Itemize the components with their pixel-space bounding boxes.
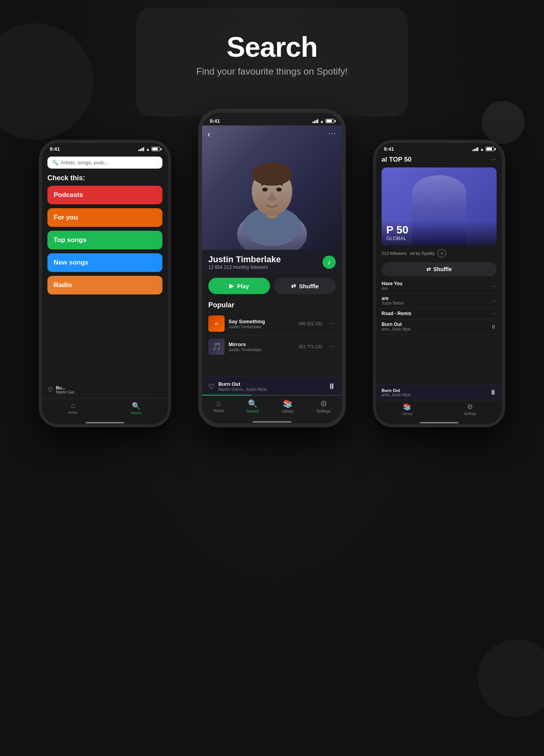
nav-settings-center[interactable]: ⚙ Settings (316, 399, 330, 413)
right-song-row-1[interactable]: Have You des ··· (382, 279, 497, 293)
artist-name: Justin Timberlake (208, 254, 281, 265)
followers-text: 213 followers (382, 251, 407, 256)
song-plays-2: 251 771 131 (298, 344, 322, 349)
notch-left (84, 143, 126, 152)
back-button[interactable]: ‹ (207, 129, 210, 139)
right-song-title-1: Have You (382, 281, 488, 286)
phones-container: 9:41 ▲ 🔍 Artists, (39, 109, 505, 653)
right-shuffle-row: ⇄ Shuffle (376, 260, 502, 279)
nav-home-label-left: Home (68, 411, 78, 415)
signal-bars-right (473, 147, 478, 151)
svg-point-5 (262, 188, 268, 192)
right-song-more-1[interactable]: ··· (491, 283, 497, 289)
shuffle-button[interactable]: ⇄ Shuffle (274, 278, 336, 294)
settings-icon-center: ⚙ (320, 399, 327, 408)
battery-icon-left (152, 147, 160, 151)
playlist-hero: P 50 GLOBAL (382, 167, 497, 245)
battery-icon-center (326, 119, 334, 123)
search-icon-left: 🔍 (52, 160, 58, 165)
shuffle-icon-center: ⇄ (291, 282, 296, 289)
now-playing-artist-left: Martin Gar... (56, 390, 162, 394)
more-button-hero[interactable]: ··· (328, 129, 337, 138)
search-bar-left[interactable]: 🔍 Artists, songs, podc... (47, 157, 162, 169)
battery-fill-center (326, 120, 332, 122)
playlist-more-icon[interactable]: ··· (490, 156, 497, 163)
wifi-icon-right: ▲ (480, 147, 484, 152)
category-topsongs[interactable]: Top songs (47, 231, 162, 249)
song-row-1[interactable]: JT Say Something Justin Timberlake 345 3… (208, 312, 336, 335)
right-song-row-3[interactable]: Road - Remix ··· (382, 308, 497, 319)
song-row-2[interactable]: 🎵 Mirrors Justin Timberlake 251 771 131 … (208, 335, 336, 358)
right-song-row-4[interactable]: Burn Out arrix, Justin Mylo ⏸ (382, 319, 497, 334)
play-shuffle-row: ▶ Play ⇄ Shuffle (202, 274, 342, 298)
now-playing-title-left: Bu... (56, 385, 162, 390)
now-playing-info-left: Bu... Martin Gar... (56, 385, 162, 394)
nav-search-center[interactable]: 🔍 Search (247, 399, 259, 413)
center-phone-content: 9:41 ▲ (202, 113, 342, 423)
category-newsongs[interactable]: New songs (47, 253, 162, 272)
song-thumb-2: 🎵 (208, 338, 225, 355)
mini-heart-icon[interactable]: ♡ (208, 382, 214, 391)
phone-center: 9:41 ▲ (198, 109, 346, 427)
home-indicator-center (253, 421, 291, 423)
song-info-1: Say Something Justin Timberlake (228, 319, 295, 329)
r-signal-3 (476, 148, 477, 151)
battery-fill-right (486, 148, 492, 150)
mini-player: ♡ Burn Out Martin Garrix, Justin Mylo ⏸ (202, 377, 342, 395)
artist-hero-image (202, 125, 342, 250)
artist-info-text: Justin Timberlake 12 654 213 monthly lis… (208, 254, 281, 270)
home-indicator-left (85, 422, 124, 423)
song-info-2: Mirrors Justin Timberlake (228, 341, 295, 352)
right-song-more-3[interactable]: ··· (491, 310, 497, 317)
add-playlist-button[interactable]: + (438, 249, 446, 258)
signal-bar-4 (143, 147, 144, 151)
song-artist-1: Justin Timberlake (228, 324, 295, 329)
phone-left: 9:41 ▲ 🔍 Artists, (39, 140, 171, 427)
category-radio[interactable]: Radio (47, 276, 162, 294)
category-podcasts[interactable]: Podcasts (47, 186, 162, 204)
status-icons-center: ▲ (312, 119, 334, 124)
home-indicator-right (420, 422, 459, 423)
play-button[interactable]: ▶ Play (208, 278, 270, 294)
nav-home-center[interactable]: ⌂ Home (213, 399, 224, 413)
right-song-info-2: are Justin Bieber (382, 296, 488, 305)
time-center: 9:41 (210, 118, 220, 124)
song-title-1: Say Something (228, 319, 295, 324)
c-signal-1 (312, 122, 314, 123)
heart-icon-left[interactable]: ♡ (47, 386, 53, 394)
artist-info-bar: Justin Timberlake 12 654 213 monthly lis… (202, 250, 342, 274)
nav-search-left[interactable]: 🔍 Search (131, 402, 142, 415)
page-title: Search (196, 31, 348, 63)
nav-home-label-center: Home (213, 409, 224, 413)
right-shuffle-button[interactable]: ⇄ Shuffle (382, 262, 497, 276)
r-signal-4 (477, 147, 478, 151)
nav-home-left[interactable]: ⌂ Home (68, 402, 78, 415)
right-song-more-2[interactable]: ··· (491, 298, 497, 304)
right-song-title-3: Road - Remix (382, 311, 488, 316)
playlist-title: al TOP 50 (382, 156, 411, 164)
right-song-row-2[interactable]: are Justin Bieber ··· (382, 293, 497, 308)
song-more-2[interactable]: ··· (330, 343, 336, 350)
follow-button[interactable]: ♪ (323, 256, 336, 269)
song-more-1[interactable]: ··· (330, 320, 336, 327)
follow-icon: ♪ (328, 258, 331, 267)
artist-hero: ‹ ··· (202, 125, 342, 250)
right-song-title-2: are (382, 296, 488, 301)
right-mini-pause-btn[interactable]: ⏸ (490, 388, 497, 397)
nav-settings-right[interactable]: ⚙ Settings (464, 403, 476, 416)
right-song-pause-4[interactable]: ⏸ (491, 324, 497, 330)
settings-label-right: Settings (464, 412, 476, 416)
category-foryou[interactable]: For you (47, 208, 162, 227)
svg-point-4 (252, 162, 292, 186)
mini-pause-button[interactable]: ⏸ (328, 382, 336, 391)
shuffle-icon-right: ⇄ (426, 266, 431, 272)
nav-library-center[interactable]: 📚 Library (282, 399, 294, 413)
popular-title: Popular (208, 301, 336, 309)
mini-title: Burn Out (218, 381, 324, 387)
followers-row: 213 followers ed by Spotify + (376, 247, 502, 260)
search-placeholder-left: Artists, songs, podc... (61, 160, 109, 165)
right-song-artist-1: des (382, 286, 488, 291)
artist-listeners: 12 654 213 monthly listeners (208, 265, 281, 270)
nav-search-label-center: Search (247, 409, 259, 413)
nav-library-right[interactable]: 📚 Library (402, 403, 413, 416)
